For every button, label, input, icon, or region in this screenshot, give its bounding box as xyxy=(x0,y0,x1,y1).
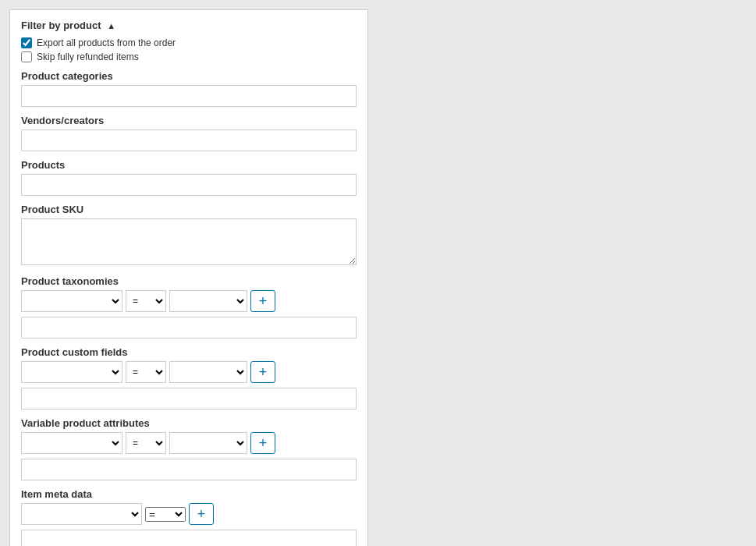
item-meta-result-input[interactable] xyxy=(21,530,357,546)
products-input[interactable] xyxy=(21,174,357,196)
product-taxonomies-controls: = != + xyxy=(21,290,357,312)
product-taxonomies-label: Product taxonomies xyxy=(21,275,357,287)
variable-attrs-controls: = != + xyxy=(21,432,357,454)
item-meta-field-select[interactable] xyxy=(21,503,142,525)
item-meta-add-button[interactable]: + xyxy=(189,503,214,525)
product-categories-label: Product categories xyxy=(21,70,357,82)
skip-refunded-checkbox[interactable] xyxy=(21,51,32,62)
variable-attr-value-select[interactable] xyxy=(169,432,247,454)
vendors-creators-label: Vendors/creators xyxy=(21,115,357,126)
custom-field-add-button[interactable]: + xyxy=(250,361,275,383)
item-meta-label: Item meta data xyxy=(21,488,357,500)
products-label: Products xyxy=(21,159,357,171)
skip-refunded-label: Skip fully refunded items xyxy=(37,51,139,62)
product-sku-input[interactable] xyxy=(21,218,357,265)
product-custom-fields-label: Product custom fields xyxy=(21,346,357,358)
export-all-label: Export all products from the order xyxy=(37,37,176,48)
item-meta-eq-select[interactable]: = != xyxy=(145,507,186,522)
taxonomy-value-select[interactable] xyxy=(169,290,247,312)
export-all-checkbox[interactable] xyxy=(21,37,32,48)
product-sku-label: Product SKU xyxy=(21,204,357,215)
product-categories-input[interactable] xyxy=(21,85,357,107)
taxonomy-field-select[interactable] xyxy=(21,290,122,312)
custom-field-select[interactable] xyxy=(21,361,122,383)
taxonomy-result-input[interactable] xyxy=(21,317,357,339)
variable-attrs-label: Variable product attributes xyxy=(21,417,357,429)
taxonomy-add-button[interactable]: + xyxy=(250,290,275,312)
export-all-row: Export all products from the order xyxy=(21,37,357,48)
variable-attr-add-button[interactable]: + xyxy=(250,432,275,454)
custom-fields-controls: = != + xyxy=(21,361,357,383)
variable-attr-eq-select[interactable]: = != xyxy=(126,432,166,454)
filter-panel: Filter by product ▲ Export all products … xyxy=(9,9,368,546)
filter-header: Filter by product ▲ xyxy=(21,20,357,31)
skip-refunded-row: Skip fully refunded items xyxy=(21,51,357,62)
variable-attr-result-input[interactable] xyxy=(21,459,357,480)
taxonomy-eq-select[interactable]: = != xyxy=(126,290,166,312)
custom-field-value-select[interactable] xyxy=(169,361,247,383)
custom-field-eq-select[interactable]: = != xyxy=(126,361,166,383)
variable-attr-field-select[interactable] xyxy=(21,432,122,454)
vendors-creators-input[interactable] xyxy=(21,129,357,151)
item-meta-controls: = != + xyxy=(21,503,357,525)
filter-header-label: Filter by product xyxy=(21,20,101,31)
sort-arrow-icon: ▲ xyxy=(107,21,115,30)
custom-field-result-input[interactable] xyxy=(21,388,357,410)
